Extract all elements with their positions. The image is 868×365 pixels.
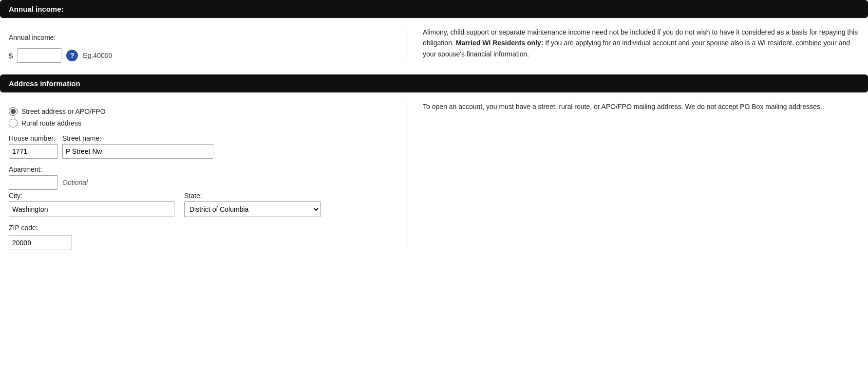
house-street-row xyxy=(9,144,393,159)
rural-route-radio-text: Rural route address xyxy=(21,119,81,127)
state-column: State: Alabama Alaska Arizona Arkansas C… xyxy=(184,192,321,217)
state-label: State: xyxy=(184,192,321,200)
annual-income-section: Annual income: Annual income: $ ? Eg.400… xyxy=(0,0,868,74)
house-number-label: House number: xyxy=(9,134,62,142)
state-select[interactable]: Alabama Alaska Arizona Arkansas Californ… xyxy=(184,201,321,217)
street-name-input[interactable] xyxy=(62,144,213,159)
optional-text: Optional xyxy=(62,179,88,186)
address-section: Address information Street address or AP… xyxy=(0,74,868,262)
street-name-label: Street name: xyxy=(62,134,101,142)
annual-income-right: Alimony, child support or separate maint… xyxy=(408,27,859,63)
city-state-row: City: State: Alabama Alaska Arizona Arka… xyxy=(9,192,393,217)
house-street-labels: House number: Street name: xyxy=(9,134,393,142)
apartment-input[interactable] xyxy=(9,175,57,190)
zip-input[interactable] xyxy=(9,236,72,250)
city-label: City: xyxy=(9,192,174,200)
city-column: City: xyxy=(9,192,174,217)
zip-label: ZIP code: xyxy=(9,224,393,232)
street-address-radio-text: Street address or APO/FPO xyxy=(21,108,106,115)
annual-income-left: Annual income: $ ? Eg.40000 xyxy=(9,27,408,63)
dollar-sign: $ xyxy=(9,52,13,60)
address-info-right: To open an account, you must have a stre… xyxy=(408,101,859,250)
annual-income-label: Annual income: xyxy=(9,34,393,41)
address-info-header: Address information xyxy=(0,74,868,92)
address-type-radio-group: Street address or APO/FPO Rural route ad… xyxy=(9,107,393,128)
street-address-radio-label[interactable]: Street address or APO/FPO xyxy=(9,107,393,116)
annual-income-header-text: Annual income: xyxy=(9,5,64,13)
example-text: Eg.40000 xyxy=(83,52,112,59)
annual-income-body: Annual income: $ ? Eg.40000 Alimony, chi… xyxy=(0,18,868,74)
rural-route-radio-label[interactable]: Rural route address xyxy=(9,119,393,128)
married-wi-bold: Married WI Residents only: xyxy=(456,39,544,47)
apartment-label: Apartment: xyxy=(9,165,393,173)
city-input[interactable] xyxy=(9,201,174,217)
address-info-body: Street address or APO/FPO Rural route ad… xyxy=(0,92,868,262)
address-info-header-text: Address information xyxy=(9,79,80,88)
house-number-input[interactable] xyxy=(9,144,57,159)
rural-route-radio[interactable] xyxy=(9,119,18,128)
address-info-note: To open an account, you must have a stre… xyxy=(423,101,859,112)
help-icon[interactable]: ? xyxy=(66,50,78,61)
income-input-row: $ ? Eg.40000 xyxy=(9,48,393,63)
annual-income-note: Alimony, child support or separate maint… xyxy=(423,27,859,59)
annual-income-input[interactable] xyxy=(18,48,61,63)
apartment-row: Optional xyxy=(9,175,393,190)
street-address-radio[interactable] xyxy=(9,107,18,116)
annual-income-header: Annual income: xyxy=(0,0,868,18)
address-info-left: Street address or APO/FPO Rural route ad… xyxy=(9,101,408,250)
